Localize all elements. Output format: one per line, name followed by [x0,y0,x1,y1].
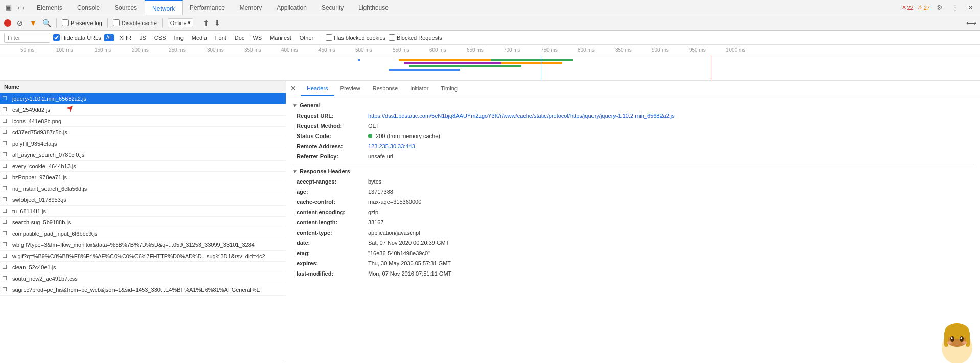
network-row[interactable]: ☐ polyfill_9354efa.js [0,138,286,149]
disable-cache-label[interactable]: Disable cache [113,19,157,26]
tab-performance[interactable]: Performance [183,0,233,15]
blocked-requests-label[interactable]: Blocked Requests [389,34,442,41]
tab-headers[interactable]: Headers [301,81,334,96]
has-blocked-checkbox[interactable] [326,34,332,41]
general-arrow: ▼ [292,103,298,108]
preserve-log-checkbox[interactable] [62,19,69,26]
row-checkbox-3[interactable]: ☐ [2,129,10,135]
collapse-icon[interactable]: ✕ [965,2,976,13]
row-checkbox-6[interactable]: ☐ [2,163,10,169]
filter-input[interactable] [4,33,50,43]
network-row[interactable]: ☐ all_async_search_0780cf0.js [0,149,286,161]
row-checkbox-17[interactable]: ☐ [2,286,10,293]
network-row[interactable]: ☐ w.gif?q=%B9%C8%B8%E8%E4%AF%C0%C0%C6%7F… [0,251,286,262]
tab-sources[interactable]: Sources [107,0,145,15]
network-row[interactable]: ☐ clean_52c40e1.js [0,262,286,273]
search-icon[interactable]: 🔍 [42,18,51,28]
response-headers-section-header[interactable]: ▼ Response Headers [292,166,974,176]
preserve-log-label[interactable]: Preserve log [62,19,102,26]
tab-preview[interactable]: Preview [334,81,367,96]
row-checkbox-15[interactable]: ☐ [2,264,10,270]
network-row[interactable]: ☐ sugrec?prod=pc_his&from=pc_web&json=1&… [0,284,286,296]
hide-data-urls-label[interactable]: Hide data URLs [53,34,101,41]
export-icon[interactable]: ⬇ [213,18,222,28]
rh-val-1: 13717388 [368,188,393,196]
row-checkbox-16[interactable]: ☐ [2,275,10,282]
filter-type-doc[interactable]: Doc [232,34,247,41]
general-section: ▼ General Request URL: https://dss1.bdst… [292,100,974,162]
row-name-8: nu_instant_search_6cfa56d.js [12,186,284,192]
network-row[interactable]: ☐ wb.gif?type=3&fm=flow_monitor&data=%5B… [0,239,286,251]
tab-timing[interactable]: Timing [435,81,464,96]
filter-type-css[interactable]: CSS [152,34,169,41]
tab-lighthouse[interactable]: Lighthouse [351,0,396,15]
network-row[interactable]: ☐ swfobject_0178953.js [0,194,286,206]
network-row[interactable]: ☐ tu_68114f1.js [0,206,286,217]
tab-security[interactable]: Security [314,0,351,15]
expand-icon[interactable]: ⟷ [967,18,976,28]
filter-type-manifest[interactable]: Manifest [267,34,294,41]
tab-memory[interactable]: Memory [233,0,269,15]
import-icon[interactable]: ⬆ [201,18,211,28]
network-row[interactable]: ☐ jquery-1.10.2.min_65682a2.js [0,93,286,104]
row-checkbox-0[interactable]: ☐ [2,95,10,102]
clear-button[interactable]: ⊘ [15,18,25,28]
blocked-requests-checkbox[interactable] [389,34,395,41]
tab-application[interactable]: Application [269,0,314,15]
network-row[interactable]: ☐ nu_instant_search_6cfa56d.js [0,183,286,194]
row-checkbox-4[interactable]: ☐ [2,140,10,147]
request-url-val[interactable]: https://dss1.bdstatic.com/5eN1bjq8AAUYm2… [368,111,675,120]
more-icon[interactable]: ⋮ [949,2,961,13]
row-checkbox-12[interactable]: ☐ [2,230,10,237]
row-checkbox-2[interactable]: ☐ [2,118,10,124]
filter-type-media[interactable]: Media [189,34,210,41]
row-checkbox-8[interactable]: ☐ [2,185,10,192]
device-icon[interactable]: ▭ [15,2,27,13]
network-row[interactable]: ☐ compatible_ipad_input_6f6bbc9.js [0,228,286,239]
network-row[interactable]: ☐ search-sug_5b9188b.js [0,217,286,228]
headers-content[interactable]: ▼ General Request URL: https://dss1.bdst… [286,96,980,362]
row-checkbox-13[interactable]: ☐ [2,241,10,248]
online-select[interactable]: Online ▾ [168,18,193,27]
close-panel-button[interactable]: ✕ [286,81,301,96]
hide-data-urls-checkbox[interactable] [53,34,60,41]
network-row[interactable]: ☐ soutu_new2_ae491b7.css [0,273,286,284]
timeline-chart[interactable] [0,55,980,81]
general-section-header[interactable]: ▼ General [292,100,974,110]
inspect-icon[interactable]: ▣ [3,2,14,13]
tick-850: 850 ms [615,47,632,53]
filter-type-js[interactable]: JS [137,34,149,41]
network-row[interactable]: ☐ every_cookie_4644b13.js [0,161,286,172]
row-checkbox-14[interactable]: ☐ [2,253,10,259]
row-checkbox-10[interactable]: ☐ [2,208,10,214]
record-button[interactable] [4,19,11,27]
row-checkbox-7[interactable]: ☐ [2,174,10,180]
tab-response[interactable]: Response [367,81,404,96]
network-row[interactable]: ☐ esl_2549dd2.js [0,104,286,116]
filter-type-img[interactable]: Img [171,34,186,41]
has-blocked-label[interactable]: Has blocked cookies [326,34,385,41]
row-checkbox-11[interactable]: ☐ [2,219,10,225]
waterfall-bar-4 [409,65,521,67]
disable-cache-checkbox[interactable] [113,19,120,26]
filter-type-other[interactable]: Other [297,34,316,41]
network-row[interactable]: ☐ bzPopper_978ea71.js [0,172,286,183]
all-badge[interactable]: All [104,34,114,41]
row-checkbox-5[interactable]: ☐ [2,151,10,158]
row-checkbox-1[interactable]: ☐ [2,106,10,113]
network-row[interactable]: ☐ icons_441e82b.png [0,116,286,127]
filter-type-ws[interactable]: WS [250,34,264,41]
network-list-scroll[interactable]: ☐ jquery-1.10.2.min_65682a2.js ☐ esl_254… [0,93,286,362]
network-row[interactable]: ☐ cd37ed75d9387c5b.js [0,127,286,138]
request-url-key: Request URL: [297,111,368,120]
tick-100: 100 ms [56,47,73,53]
filter-type-font[interactable]: Font [213,34,229,41]
settings-icon[interactable]: ⚙ [934,2,945,13]
filter-toggle-icon[interactable]: ▼ [29,18,38,28]
filter-type-xhr[interactable]: XHR [117,34,134,41]
tab-initiator[interactable]: Initiator [404,81,435,96]
tab-network[interactable]: Network [145,0,183,15]
tab-elements[interactable]: Elements [30,0,70,15]
row-checkbox-9[interactable]: ☐ [2,196,10,203]
tab-console[interactable]: Console [70,0,107,15]
